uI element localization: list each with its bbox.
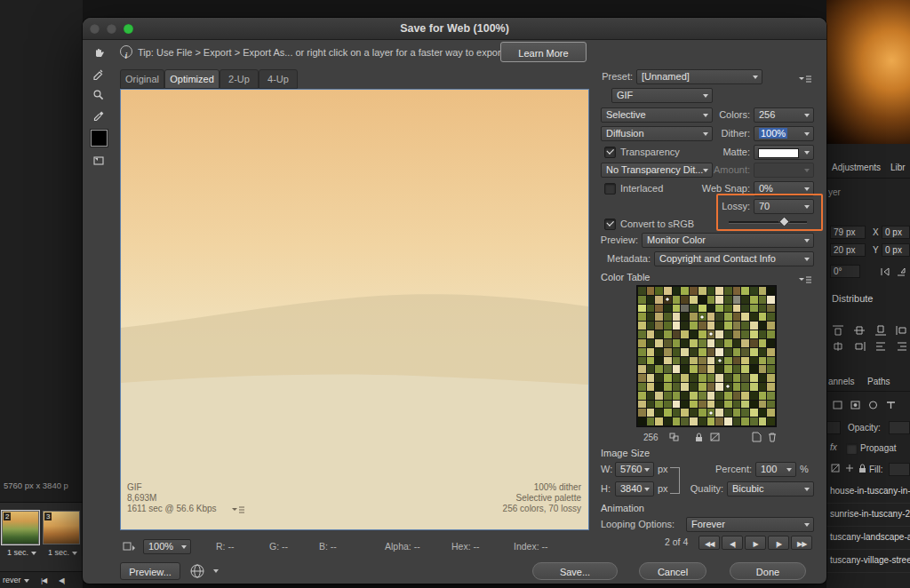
color-swatch[interactable]	[681, 305, 689, 313]
next-frame-button[interactable]: |▶	[768, 536, 789, 550]
interlaced-checkbox[interactable]	[604, 183, 616, 195]
color-swatch[interactable]	[759, 357, 767, 365]
distribute-bottom-icon[interactable]	[874, 325, 887, 336]
layer-filter-icon[interactable]	[832, 400, 844, 410]
color-swatch[interactable]	[759, 322, 767, 330]
color-swatch[interactable]	[715, 322, 723, 330]
color-swatch[interactable]	[698, 365, 706, 373]
color-swatch[interactable]	[707, 357, 715, 365]
color-swatch[interactable]	[759, 348, 767, 356]
color-swatch[interactable]	[664, 287, 672, 295]
color-swatch[interactable]	[707, 339, 715, 347]
play-button[interactable]: ▶	[745, 536, 766, 550]
lossy-field[interactable]: 70	[754, 199, 814, 214]
color-swatch[interactable]	[715, 339, 723, 347]
color-swatch[interactable]	[741, 392, 749, 400]
color-swatch[interactable]	[655, 339, 663, 347]
color-swatch[interactable]	[733, 417, 741, 425]
color-swatch[interactable]	[681, 401, 689, 409]
color-swatch[interactable]	[759, 401, 767, 409]
color-swatch[interactable]	[741, 287, 749, 295]
animation-frame-thumbnail[interactable]: 3	[43, 511, 80, 544]
color-swatch[interactable]	[733, 322, 741, 330]
color-swatch[interactable]	[673, 417, 681, 425]
color-swatch[interactable]	[690, 348, 698, 356]
color-swatch[interactable]	[681, 296, 689, 304]
color-swatch[interactable]	[698, 330, 706, 338]
color-swatch[interactable]	[664, 296, 672, 304]
color-swatch[interactable]	[655, 383, 663, 391]
color-swatch[interactable]	[638, 383, 646, 391]
tab-original[interactable]: Original	[120, 69, 164, 89]
align-icon[interactable]	[896, 341, 908, 352]
animation-frame-thumbnail[interactable]: 2	[2, 511, 39, 544]
color-swatch[interactable]	[690, 383, 698, 391]
color-swatch[interactable]	[733, 401, 741, 409]
color-swatch[interactable]	[690, 374, 698, 382]
color-swatch[interactable]	[655, 330, 663, 338]
color-swatch[interactable]	[647, 417, 655, 425]
color-swatch[interactable]	[664, 392, 672, 400]
toggle-slices-visibility[interactable]	[89, 153, 108, 171]
color-swatch[interactable]	[715, 305, 723, 313]
first-frame-button[interactable]: |◀	[41, 576, 46, 584]
color-swatch[interactable]	[681, 409, 689, 417]
color-swatch[interactable]	[664, 322, 672, 330]
color-swatch[interactable]	[681, 348, 689, 356]
distribute-right-icon[interactable]	[853, 341, 866, 352]
metadata-select[interactable]: Copyright and Contact Info	[654, 251, 814, 266]
transparency-checkbox[interactable]	[604, 147, 616, 158]
color-swatch[interactable]	[750, 409, 758, 417]
color-swatch[interactable]	[767, 322, 775, 330]
color-swatch[interactable]	[673, 409, 681, 417]
color-swatch[interactable]	[724, 313, 732, 321]
color-swatch[interactable]	[750, 348, 758, 356]
color-swatch[interactable]	[733, 330, 741, 338]
color-reduction-select[interactable]: Selective	[601, 107, 713, 123]
color-swatch[interactable]	[690, 417, 698, 425]
transparency-dither-select[interactable]: No Transparency Dit...	[601, 163, 713, 178]
layer-row[interactable]: tuscany-village-street-	[826, 549, 910, 573]
color-swatch[interactable]	[673, 305, 681, 313]
color-swatch[interactable]	[741, 409, 749, 417]
y-field[interactable]: 0 px	[882, 243, 910, 257]
color-swatch[interactable]	[698, 348, 706, 356]
tab-libraries[interactable]: Libr	[890, 163, 906, 172]
color-swatch[interactable]	[664, 357, 672, 365]
tab-channels-fragment[interactable]: annels	[828, 377, 854, 386]
color-swatch[interactable]	[715, 392, 723, 400]
color-swatch[interactable]	[681, 339, 689, 347]
color-swatch[interactable]	[767, 339, 775, 347]
first-frame-button[interactable]: ◀◀	[698, 536, 720, 550]
tab-optimized[interactable]: Optimized	[164, 69, 220, 89]
color-swatch[interactable]	[664, 409, 672, 417]
color-swatch[interactable]	[673, 348, 681, 356]
color-swatch[interactable]	[767, 287, 775, 295]
color-swatch[interactable]	[715, 330, 723, 338]
lock-color-icon[interactable]	[693, 432, 707, 444]
align-icon[interactable]	[874, 341, 887, 352]
color-swatch[interactable]	[698, 339, 706, 347]
color-swatch[interactable]	[707, 401, 715, 409]
last-frame-button[interactable]: ▶▶	[791, 536, 812, 550]
distribute-vcenter-icon[interactable]	[853, 325, 866, 336]
frame-delay-select[interactable]: 1 sec.	[7, 548, 36, 557]
color-swatch[interactable]	[707, 409, 715, 417]
layer-mask-icon[interactable]	[850, 400, 862, 410]
color-swatch[interactable]	[733, 357, 741, 365]
color-swatch[interactable]	[647, 383, 655, 391]
color-swatch[interactable]	[767, 401, 775, 409]
color-swatch[interactable]	[655, 374, 663, 382]
color-swatch[interactable]	[647, 313, 655, 321]
dither-method-select[interactable]: Diffusion	[601, 126, 713, 141]
height-field[interactable]: 3840	[615, 481, 654, 497]
color-swatch[interactable]	[724, 287, 732, 295]
previous-frame-button[interactable]: ◀|	[722, 536, 743, 550]
color-swatch[interactable]	[750, 357, 758, 365]
color-swatch[interactable]	[750, 374, 758, 382]
preview-in-browser-button[interactable]: Preview...	[120, 562, 180, 580]
color-swatch[interactable]	[724, 392, 732, 400]
color-swatch[interactable]	[690, 409, 698, 417]
preset-select[interactable]: [Unnamed]	[636, 69, 762, 84]
color-swatch[interactable]	[698, 357, 706, 365]
